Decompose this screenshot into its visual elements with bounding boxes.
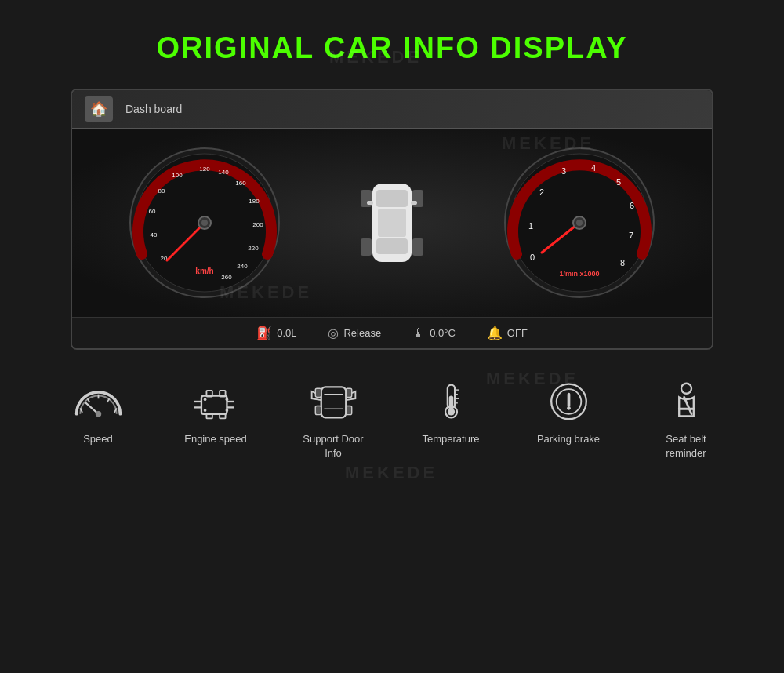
svg-text:8: 8 bbox=[620, 258, 625, 267]
svg-text:7: 7 bbox=[629, 231, 633, 240]
temp-value: 0.0°C bbox=[430, 327, 456, 339]
svg-text:0: 0 bbox=[530, 253, 535, 262]
seatbelt-label: Seat belt reminder bbox=[647, 432, 725, 460]
svg-rect-59 bbox=[220, 413, 225, 418]
dash-board-label: Dash board bbox=[125, 103, 182, 115]
feature-parking-brake: Parking brake bbox=[529, 377, 608, 446]
svg-text:200: 200 bbox=[253, 221, 264, 228]
svg-point-60 bbox=[203, 398, 206, 401]
feature-engine-speed: Engine speed bbox=[176, 377, 255, 446]
svg-rect-70 bbox=[346, 406, 351, 414]
svg-text:260: 260 bbox=[222, 274, 233, 281]
svg-line-45 bbox=[87, 398, 89, 402]
svg-point-61 bbox=[225, 398, 228, 401]
handbrake-info: ◎ Release bbox=[328, 326, 381, 340]
seatbelt-info: 🔔 OFF bbox=[487, 326, 528, 340]
feature-temperature: Temperature bbox=[412, 377, 490, 446]
feature-door-info: Support Door Info bbox=[294, 377, 372, 460]
temp-info: 🌡 0.0°C bbox=[412, 326, 456, 340]
speed-label: Speed bbox=[83, 432, 113, 446]
svg-text:1: 1 bbox=[528, 221, 533, 231]
svg-point-63 bbox=[225, 409, 228, 412]
svg-text:160: 160 bbox=[236, 180, 247, 187]
home-icon[interactable]: 🏠 bbox=[85, 96, 113, 122]
svg-text:80: 80 bbox=[158, 187, 165, 195]
svg-rect-67 bbox=[315, 388, 321, 397]
svg-rect-20 bbox=[376, 190, 408, 207]
svg-point-50 bbox=[95, 411, 100, 417]
svg-rect-69 bbox=[315, 406, 321, 414]
speedometer: 20 40 60 80 100 120 140 160 180 200 220 … bbox=[126, 144, 283, 301]
parking-brake-icon-box bbox=[541, 377, 596, 424]
svg-text:60: 60 bbox=[149, 208, 156, 215]
page-title: ORIGINAL CAR INFO DISPLAY bbox=[0, 0, 784, 65]
svg-text:100: 100 bbox=[172, 172, 183, 179]
temperature-icon-box bbox=[423, 377, 478, 424]
fuel-info: ⛽ 0.0L bbox=[256, 326, 296, 340]
engine-icon-box bbox=[188, 377, 243, 424]
door-info-label: Support Door Info bbox=[294, 432, 372, 460]
svg-text:120: 120 bbox=[200, 166, 211, 173]
svg-text:5: 5 bbox=[616, 177, 621, 187]
features-section: Speed bbox=[0, 377, 784, 460]
svg-rect-21 bbox=[376, 238, 408, 254]
svg-rect-27 bbox=[367, 201, 373, 205]
seatbelt-icon-box bbox=[659, 377, 713, 424]
svg-point-62 bbox=[203, 409, 206, 412]
feature-speed: Speed bbox=[59, 377, 137, 446]
dashboard-display: 🏠 Dash board 20 40 60 80 100 120 140 bbox=[71, 89, 713, 350]
temperature-label: Temperature bbox=[423, 432, 480, 446]
seatbelt-dash-icon: 🔔 bbox=[487, 326, 503, 340]
svg-point-82 bbox=[567, 406, 571, 410]
svg-rect-22 bbox=[378, 209, 406, 237]
svg-text:1/min x1000: 1/min x1000 bbox=[559, 270, 599, 278]
svg-rect-25 bbox=[361, 238, 372, 256]
svg-text:4: 4 bbox=[591, 163, 596, 173]
dash-content: 20 40 60 80 100 120 140 160 180 200 220 … bbox=[72, 129, 712, 317]
svg-text:km/h: km/h bbox=[196, 267, 214, 275]
svg-text:2: 2 bbox=[539, 187, 544, 197]
engine-speed-label: Engine speed bbox=[184, 432, 247, 446]
parking-brake-label: Parking brake bbox=[537, 432, 600, 446]
handbrake-value: Release bbox=[343, 327, 381, 339]
svg-rect-26 bbox=[412, 238, 423, 256]
svg-text:3: 3 bbox=[561, 166, 566, 176]
svg-text:220: 220 bbox=[249, 245, 260, 252]
dash-header: 🏠 Dash board bbox=[72, 90, 712, 129]
fuel-value: 0.0L bbox=[277, 327, 296, 339]
svg-text:6: 6 bbox=[630, 201, 634, 210]
svg-text:180: 180 bbox=[249, 198, 260, 205]
svg-rect-64 bbox=[321, 387, 346, 417]
fuel-icon: ⛽ bbox=[256, 326, 272, 340]
handbrake-icon: ◎ bbox=[328, 326, 339, 340]
car-top-view bbox=[353, 168, 431, 278]
svg-rect-68 bbox=[346, 388, 351, 397]
svg-point-74 bbox=[447, 408, 454, 415]
svg-line-47 bbox=[107, 398, 109, 402]
dash-info-bar: ⛽ 0.0L ◎ Release 🌡 0.0°C 🔔 OFF bbox=[72, 317, 712, 348]
seatbelt-value: OFF bbox=[507, 327, 528, 339]
svg-point-83 bbox=[681, 383, 691, 393]
feature-seatbelt: Seat belt reminder bbox=[647, 377, 725, 460]
watermark-5: MEKEDE bbox=[345, 463, 437, 483]
svg-point-42 bbox=[576, 220, 583, 226]
svg-rect-58 bbox=[206, 413, 212, 418]
temp-icon: 🌡 bbox=[412, 326, 425, 340]
speed-icon-box bbox=[71, 377, 125, 424]
svg-text:140: 140 bbox=[219, 169, 230, 176]
door-icon-box bbox=[306, 377, 361, 424]
tachometer: 0 1 2 3 4 5 6 7 8 1/min x1000 bbox=[501, 144, 658, 301]
svg-text:240: 240 bbox=[238, 263, 249, 270]
svg-point-17 bbox=[201, 220, 208, 226]
svg-text:40: 40 bbox=[151, 231, 158, 238]
svg-rect-28 bbox=[411, 201, 417, 205]
